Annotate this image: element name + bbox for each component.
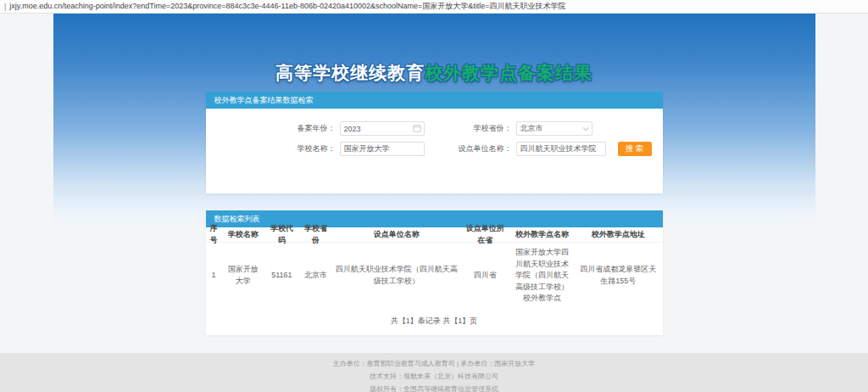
url-text: jxjy.moe.edu.cn/teaching-point/index?end…	[9, 1, 565, 12]
cell-unit-name: 四川航天职业技术学院（四川航天高级技工学校）	[333, 264, 460, 287]
pagination-summary: 共【1】条记录 共【1】页	[206, 309, 663, 330]
cell-index: 1	[206, 270, 222, 282]
search-button[interactable]: 搜 索	[618, 142, 652, 156]
cell-point-address: 四川省成都龙泉驿区天生路155号	[574, 264, 663, 287]
province-select[interactable]: 北京市	[516, 121, 593, 136]
search-form-row-1: 备案年份： 学校省份： 北京市	[206, 121, 663, 136]
province-select-value: 北京市	[520, 123, 543, 134]
cell-school-name: 国家开放大学	[221, 264, 264, 287]
year-label: 备案年份：	[206, 123, 340, 134]
unit-name-input[interactable]	[516, 142, 606, 156]
year-input[interactable]	[340, 121, 425, 136]
search-panel: 校外教学点备案结果数据检索 备案年份： 学校省份：	[206, 92, 663, 193]
col-header-school-code: 学校代码	[264, 223, 298, 246]
col-header-point-name: 校外教学点名称	[510, 229, 574, 241]
col-header-school-province: 学校省份	[299, 223, 333, 246]
province-label: 学校省份：	[425, 123, 516, 134]
search-panel-header: 校外教学点备案结果数据检索	[206, 92, 663, 109]
text-cursor: |	[4, 3, 6, 11]
school-name-input[interactable]	[340, 142, 425, 156]
footer-line-organizer: 主办单位：教育部职业教育与成人教育司 | 承办单位：国家开放大学	[0, 359, 868, 368]
col-header-school-name: 学校名称	[221, 229, 264, 241]
page-title-part1: 高等学校继续教育	[275, 63, 425, 82]
unit-name-field	[516, 142, 606, 156]
col-header-point-address: 校外教学点地址	[574, 229, 663, 241]
footer-line-copyright: 版权所有：全国高等继续教育信息管理系统	[0, 384, 868, 392]
page-title-part2: 校外教学点备案结果	[425, 63, 593, 82]
results-panel-body: 序号 学校名称 学校代码 学校省份 设点单位名称 设点单位所在省 校外教学点名称…	[206, 227, 663, 335]
results-panel: 数据检索列表 序号 学校名称 学校代码 学校省份 设点单位名称 设点单位所在省 …	[206, 210, 663, 335]
search-panel-body: 备案年份： 学校省份： 北京市	[206, 109, 663, 193]
chevron-down-icon	[582, 125, 588, 131]
page-title: 高等学校继续教育校外教学点备案结果	[53, 14, 815, 83]
browser-address-bar[interactable]: | jxjy.moe.edu.cn/teaching-point/index?e…	[0, 0, 868, 14]
footer-line-tech-support: 技术支持：领航未来（北京）科技有限公司	[0, 372, 868, 381]
cell-school-code: 51161	[264, 270, 298, 282]
page-footer: 主办单位：教育部职业教育与成人教育司 | 承办单位：国家开放大学 技术支持：领航…	[0, 353, 868, 392]
cell-school-province: 北京市	[299, 270, 333, 282]
school-name-label: 学校名称：	[206, 143, 340, 154]
school-name-field	[340, 142, 425, 156]
col-header-unit-name: 设点单位名称	[333, 229, 460, 241]
year-field	[340, 121, 425, 136]
table-row: 1 国家开放大学 51161 北京市 四川航天职业技术学院（四川航天高级技工学校…	[206, 242, 663, 309]
page-container: 高等学校继续教育校外教学点备案结果 校外教学点备案结果数据检索 备案年份：	[53, 14, 815, 354]
col-header-index: 序号	[206, 223, 222, 246]
table-header-row: 序号 学校名称 学校代码 学校省份 设点单位名称 设点单位所在省 校外教学点名称…	[206, 227, 663, 242]
search-form-row-2: 学校名称： 设点单位名称： 搜 索	[206, 142, 663, 156]
unit-name-label: 设点单位名称：	[425, 143, 516, 154]
col-header-unit-province: 设点单位所在省	[460, 223, 510, 246]
cell-unit-province: 四川省	[460, 270, 510, 282]
calendar-icon	[413, 124, 421, 132]
cell-point-name: 国家开放大学四川航天职业技术学院（四川航天高级技工学校）校外教学点	[510, 247, 574, 305]
